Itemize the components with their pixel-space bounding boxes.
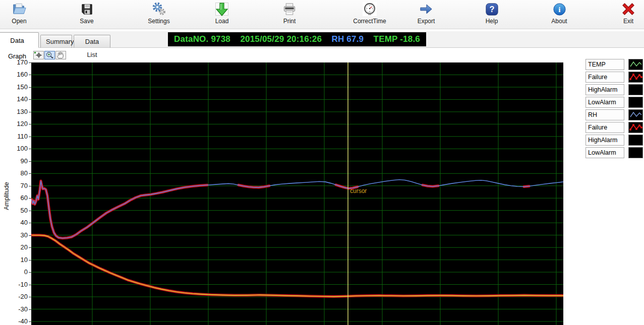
chart-plot-area[interactable]: cursor: [31, 62, 563, 325]
y-tick-label: 100: [0, 145, 28, 152]
correct-time-icon: [363, 1, 377, 17]
status-banner: DataNO. 9738 2015/05/29 20:16:26 RH 67.9…: [168, 32, 426, 46]
tab-label: Data Graph: [8, 37, 26, 60]
toolbar-label: Open: [12, 18, 26, 25]
y-tick-label: 160: [0, 71, 28, 78]
open-icon: [12, 1, 27, 17]
legend-swatch-green-line[interactable]: [628, 59, 643, 70]
legend-label-highalarm[interactable]: HighAlarm: [586, 84, 624, 95]
y-tick-label: -40: [0, 318, 28, 325]
chart-toolbar: [33, 51, 66, 60]
legend-row: HighAlarm: [586, 84, 644, 96]
toolbar-label: Save: [80, 18, 93, 25]
tab-label: Data List: [85, 38, 99, 58]
legend-row: HighAlarm: [586, 135, 644, 146]
toolbar-label: CorrectTime: [353, 18, 386, 25]
status-rh: RH 67.9: [331, 34, 364, 44]
toolbar-item-print[interactable]: Print: [262, 1, 317, 27]
tab-summary[interactable]: Summary: [40, 35, 72, 48]
y-tick-label: 40: [0, 219, 28, 226]
toolbar-label: Help: [486, 18, 498, 25]
crosshair-tool-icon[interactable]: [33, 51, 44, 59]
about-icon: i: [553, 1, 566, 17]
load-icon: [215, 1, 229, 17]
svg-text:i: i: [558, 5, 561, 14]
toolbar-item-correct-time[interactable]: CorrectTime: [342, 1, 397, 27]
status-temp: TEMP -18.6: [374, 34, 420, 44]
legend-row: LowAlarm: [586, 147, 644, 159]
y-tick-label: 140: [0, 96, 28, 103]
status-datetime: 2015/05/29 20:16:26: [240, 34, 322, 44]
y-tick-label: 110: [0, 133, 28, 140]
legend-row: TEMP: [586, 59, 644, 71]
legend-label-rh[interactable]: RH: [586, 109, 624, 120]
legend-swatch-red-markers[interactable]: [628, 72, 643, 83]
y-tick-label: -10: [0, 281, 28, 288]
svg-text:?: ?: [489, 5, 494, 14]
y-tick-label: 10: [0, 256, 28, 264]
legend-swatch-empty[interactable]: [628, 147, 643, 158]
legend-row: RH: [586, 109, 644, 121]
y-tick-label: 50: [0, 207, 28, 214]
save-icon: [80, 1, 94, 17]
export-icon: [419, 1, 433, 17]
legend-label-failure[interactable]: Failure: [586, 72, 624, 83]
y-tick-label: 130: [0, 108, 28, 115]
print-icon: [282, 1, 297, 17]
y-tick-label: 80: [0, 170, 28, 177]
help-icon: ?: [485, 1, 499, 17]
toolbar-label: Load: [215, 18, 229, 25]
legend-label-highalarm[interactable]: HighAlarm: [586, 135, 624, 146]
legend-row: Failure: [586, 122, 644, 134]
legend-label-failure[interactable]: Failure: [586, 122, 624, 133]
toolbar-label: Export: [418, 18, 435, 25]
y-tick-label: 30: [0, 232, 28, 239]
legend-row: LowAlarm: [586, 97, 644, 108]
toolbar-item-exit[interactable]: Exit: [601, 1, 644, 27]
zoom-tool-icon[interactable]: [44, 51, 55, 59]
toolbar-label: Exit: [623, 18, 633, 25]
legend-swatch-blue-line[interactable]: [628, 109, 643, 120]
toolbar-label: Print: [283, 18, 296, 25]
tab-data-graph[interactable]: Data Graph: [0, 32, 39, 48]
y-tick-label: 0: [0, 269, 28, 276]
toolbar-item-help[interactable]: ? Help: [464, 1, 519, 27]
settings-icon: [152, 1, 166, 17]
y-tick-label: 90: [0, 158, 28, 165]
legend-label-temp[interactable]: TEMP: [586, 59, 624, 70]
legend-swatch-empty[interactable]: [628, 135, 643, 146]
y-tick-label: 60: [0, 194, 28, 202]
status-data-no: DataNO. 9738: [174, 34, 230, 44]
toolbar-item-export[interactable]: Export: [398, 1, 454, 27]
legend-swatch-empty[interactable]: [628, 84, 643, 95]
toolbar-item-load[interactable]: Load: [194, 1, 250, 27]
y-tick-label: -20: [0, 293, 28, 300]
y-tick-label: 150: [0, 84, 28, 91]
plot-background: [31, 62, 563, 325]
legend-swatch-empty[interactable]: [628, 97, 643, 108]
cursor-label: cursor: [350, 187, 367, 194]
tab-label: Summary: [46, 38, 74, 45]
main-toolbar: Open Save Settings: [0, 0, 644, 29]
toolbar-label: About: [551, 18, 567, 25]
legend-label-lowalarm[interactable]: LowAlarm: [586, 147, 624, 158]
toolbar-item-save[interactable]: Save: [59, 1, 114, 27]
y-tick-label: 20: [0, 244, 28, 251]
legend-swatch-red-markers[interactable]: [628, 122, 643, 133]
legend-label-lowalarm[interactable]: LowAlarm: [586, 97, 624, 108]
y-tick-label: -30: [0, 306, 28, 313]
y-tick-label: 70: [0, 182, 28, 189]
toolbar-item-about[interactable]: i About: [532, 1, 587, 27]
toolbar-label: Settings: [148, 18, 169, 25]
pan-tool-icon[interactable]: [55, 51, 66, 59]
exit-icon: [622, 1, 635, 17]
tab-data-list[interactable]: Data List: [74, 35, 110, 48]
legend-row: Failure: [586, 72, 644, 83]
chart-svg: cursor: [31, 62, 563, 325]
y-tick-label: 120: [0, 120, 28, 127]
toolbar-item-settings[interactable]: Settings: [131, 1, 187, 27]
toolbar-item-open[interactable]: Open: [0, 1, 47, 27]
